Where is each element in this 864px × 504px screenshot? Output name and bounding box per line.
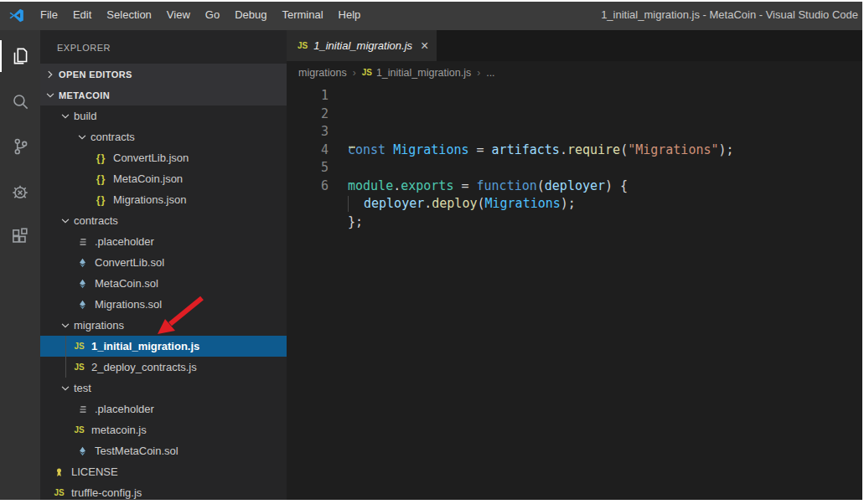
tab-1-initial-migration[interactable]: JS 1_initial_migration.js × [287,30,437,61]
js-icon: JS [362,68,372,77]
tree-item-metacoin-js[interactable]: JSmetacoin.js [40,419,287,440]
item-label: METACOIN [59,90,110,100]
tree-item-1-initial-migration-js[interactable]: JS1_initial_migration.js [40,336,287,357]
breadcrumb-item-migrations[interactable]: migrations [298,67,347,79]
tree-item-metacoin-sol[interactable]: MetaCoin.sol [40,273,287,294]
tab-label: 1_initial_migration.js [313,39,412,52]
activity-explorer-button[interactable] [0,33,40,79]
activity-bar [0,30,40,504]
item-label: ConvertLib.json [113,152,189,164]
item-label: 2_deploy_contracts.js [91,361,197,373]
vscode-logo-icon [8,7,25,24]
item-label: contracts [74,214,118,227]
chevron-down-icon [59,382,72,395]
menu-bar: FileEditSelectionViewGoDebugTerminalHelp [33,0,368,30]
ethereum-icon [75,445,90,458]
list-icon [75,235,90,249]
tree-item-test[interactable]: test [40,378,287,399]
item-label: ConvertLib.sol [95,256,164,269]
chevron-right-icon [44,68,57,81]
source-control-icon [9,136,31,157]
menu-file[interactable]: File [33,0,65,30]
editor-indent-guide [348,196,364,212]
chevron-down-icon [44,89,57,102]
menu-help[interactable]: Help [331,0,369,30]
code-line-4: deployer.deploy(Migrations); [348,195,734,213]
line-number: 3 [287,123,329,141]
item-label: truffle-config.js [71,486,142,499]
activity-search-button[interactable] [0,79,40,124]
editor-group: JS 1_initial_migration.js × migrations›J… [287,30,864,504]
tree-item-convertlib-sol[interactable]: ConvertLib.sol [40,252,287,273]
item-label: LICENSE [71,465,118,478]
ethereum-icon [75,277,90,291]
js-icon: JS [72,361,86,374]
section-metacoin[interactable]: METACOIN [40,85,287,105]
js-icon: JS [52,486,66,500]
activity-source-control-button[interactable] [0,124,40,169]
item-label: Migrations.sol [95,298,162,311]
chevron-down-icon [59,319,72,332]
tab-close-icon[interactable]: × [421,39,428,53]
tree-item-contracts[interactable]: contracts [40,210,287,231]
tree-item-migrations-json[interactable]: {}Migrations.json [40,189,287,210]
item-label: .placeholder [95,403,154,415]
item-label: .placeholder [95,235,154,248]
tree-item-migrations-sol[interactable]: Migrations.sol [40,294,287,315]
item-label: Migrations.json [113,193,186,206]
item-label: MetaCoin.sol [95,277,158,290]
explorer-sidebar: EXPLORER OPEN EDITORSMETACOINbuildcontra… [40,30,287,504]
screenshot-border-top [0,0,864,2]
item-label: test [74,382,91,394]
breadcrumb-item-1-initial-migration-js[interactable]: JS1_initial_migration.js [362,67,472,79]
ethereum-icon [75,298,90,311]
tree-item-migrations[interactable]: migrations [40,315,287,336]
menu-edit[interactable]: Edit [65,0,99,30]
tree-indent-guide [65,336,66,378]
line-number: 6 [287,177,329,196]
line-number: 4 [287,141,329,160]
breadcrumb-item--[interactable]: ... [486,67,494,79]
window-title: 1_initial_migration.js - MetaCoin - Visu… [601,0,858,30]
tree-item-metacoin-json[interactable]: {}MetaCoin.json [40,168,287,189]
files-icon [9,45,31,67]
item-label: migrations [74,319,124,332]
debug-icon [9,181,31,203]
tree-item--placeholder[interactable]: .placeholder [40,399,287,419]
tree-item-contracts[interactable]: contracts [40,126,287,147]
item-label: OPEN EDITORS [59,69,132,80]
tree-item-license[interactable]: LICENSE [40,461,287,482]
tree-item-testmetacoin-sol[interactable]: TestMetaCoin.sol [40,440,287,461]
line-number: 5 [287,159,329,177]
title-bar: FileEditSelectionViewGoDebugTerminalHelp… [0,0,864,30]
search-icon [9,90,31,112]
code-line-2 [348,159,734,177]
ethereum-icon [75,256,90,270]
tree-item-2-deploy-contracts-js[interactable]: JS2_deploy_contracts.js [40,357,287,378]
tree-item--placeholder[interactable]: .placeholder [40,231,287,252]
vscode-window: FileEditSelectionViewGoDebugTerminalHelp… [0,0,864,504]
js-icon: JS [72,340,86,353]
chevron-down-icon [75,131,89,144]
list-icon [75,403,90,416]
inline-hint-dots: … [349,136,355,154]
code-line-5: }; [348,213,734,232]
item-label: 1_initial_migration.js [91,340,199,352]
item-label: metacoin.js [91,424,147,436]
section-open-editors[interactable]: OPEN EDITORS [40,64,287,85]
screenshot-border-bottom [0,500,864,504]
menu-view[interactable]: View [159,0,198,30]
code-editor[interactable]: 123456 … const Migrations = artifacts.re… [287,84,864,504]
item-label: MetaCoin.json [113,172,183,185]
tree-item-convertlib-json[interactable]: {}ConvertLib.json [40,147,287,168]
chevron-down-icon [59,214,72,228]
json-icon: {} [94,193,108,207]
workbench: EXPLORER OPEN EDITORSMETACOINbuildcontra… [0,30,864,504]
tree-item-build[interactable]: build [40,105,287,126]
activity-debug-button[interactable] [0,169,40,214]
menu-selection[interactable]: Selection [99,0,158,30]
menu-terminal[interactable]: Terminal [274,0,330,30]
menu-go[interactable]: Go [198,0,227,30]
menu-debug[interactable]: Debug [227,0,274,30]
activity-extensions-button[interactable] [0,214,40,260]
